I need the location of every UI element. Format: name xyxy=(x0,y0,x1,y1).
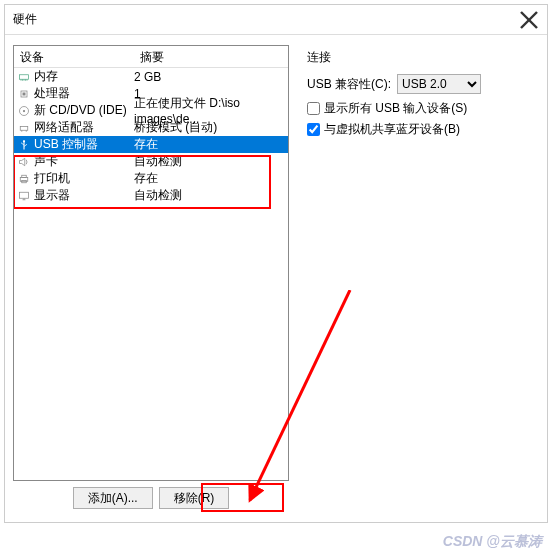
watermark: CSDN @云慕涛 xyxy=(443,533,542,551)
share-bluetooth-row[interactable]: 与虚拟机共享蓝牙设备(B) xyxy=(307,121,535,138)
device-label: 新 CD/DVD (IDE) xyxy=(32,102,132,119)
window-title: 硬件 xyxy=(13,11,37,28)
svg-marker-19 xyxy=(20,158,25,166)
svg-rect-23 xyxy=(20,192,29,198)
device-row[interactable]: 新 CD/DVD (IDE)正在使用文件 D:\iso images\de... xyxy=(14,102,288,119)
content-area: 设备 摘要 内存2 GB处理器1新 CD/DVD (IDE)正在使用文件 D:\… xyxy=(5,35,547,523)
device-label: 显示器 xyxy=(32,187,132,204)
cpu-icon xyxy=(16,88,32,100)
right-panel: 连接 USB 兼容性(C): USB 2.0 显示所有 USB 输入设备(S) … xyxy=(289,45,539,519)
device-summary: 2 GB xyxy=(132,70,288,84)
close-icon xyxy=(519,10,539,30)
list-header: 设备 摘要 xyxy=(14,46,288,68)
titlebar: 硬件 xyxy=(5,5,547,35)
show-all-usb-label: 显示所有 USB 输入设备(S) xyxy=(324,100,467,117)
device-summary: 存在 xyxy=(132,170,288,187)
device-row[interactable]: USB 控制器存在 xyxy=(14,136,288,153)
usb-icon xyxy=(16,139,32,151)
device-summary: 桥接模式 (自动) xyxy=(132,119,288,136)
device-row[interactable]: 打印机存在 xyxy=(14,170,288,187)
memory-icon xyxy=(16,71,32,83)
svg-rect-9 xyxy=(23,92,26,95)
connection-title: 连接 xyxy=(307,49,535,66)
svg-point-11 xyxy=(23,109,25,111)
show-all-usb-checkbox[interactable] xyxy=(307,102,320,115)
share-bluetooth-checkbox[interactable] xyxy=(307,123,320,136)
display-icon xyxy=(16,190,32,202)
device-label: 打印机 xyxy=(32,170,132,187)
device-label: 内存 xyxy=(32,68,132,85)
svg-rect-21 xyxy=(22,175,27,177)
svg-point-16 xyxy=(23,140,25,142)
device-row[interactable]: 内存2 GB xyxy=(14,68,288,85)
printer-icon xyxy=(16,173,32,185)
add-button[interactable]: 添加(A)... xyxy=(73,487,153,509)
device-summary: 自动检测 xyxy=(132,153,288,170)
network-icon xyxy=(16,122,32,134)
device-list[interactable]: 设备 摘要 内存2 GB处理器1新 CD/DVD (IDE)正在使用文件 D:\… xyxy=(13,45,289,481)
svg-rect-12 xyxy=(20,126,28,130)
device-label: 处理器 xyxy=(32,85,132,102)
device-row[interactable]: 声卡自动检测 xyxy=(14,153,288,170)
show-all-usb-row[interactable]: 显示所有 USB 输入设备(S) xyxy=(307,100,535,117)
device-summary: 自动检测 xyxy=(132,187,288,204)
device-summary: 存在 xyxy=(132,136,288,153)
device-row[interactable]: 显示器自动检测 xyxy=(14,187,288,204)
share-bluetooth-label: 与虚拟机共享蓝牙设备(B) xyxy=(324,121,460,138)
device-label: 网络适配器 xyxy=(32,119,132,136)
compat-label: USB 兼容性(C): xyxy=(307,76,391,93)
header-device: 设备 xyxy=(14,46,134,67)
sound-icon xyxy=(16,156,32,168)
cd-icon xyxy=(16,105,32,117)
device-label: 声卡 xyxy=(32,153,132,170)
device-label: USB 控制器 xyxy=(32,136,132,153)
remove-button[interactable]: 移除(R) xyxy=(159,487,230,509)
device-row[interactable]: 网络适配器桥接模式 (自动) xyxy=(14,119,288,136)
compat-row: USB 兼容性(C): USB 2.0 xyxy=(307,74,535,94)
svg-rect-2 xyxy=(20,74,29,79)
header-summary: 摘要 xyxy=(134,46,288,67)
compat-select[interactable]: USB 2.0 xyxy=(397,74,481,94)
left-panel: 设备 摘要 内存2 GB处理器1新 CD/DVD (IDE)正在使用文件 D:\… xyxy=(13,45,289,519)
close-button[interactable] xyxy=(519,10,539,30)
hardware-dialog: 硬件 设备 摘要 内存2 GB处理器1新 CD/DVD (IDE)正在使用文件 … xyxy=(4,4,548,523)
bottom-buttons: 添加(A)... 移除(R) xyxy=(13,481,289,515)
